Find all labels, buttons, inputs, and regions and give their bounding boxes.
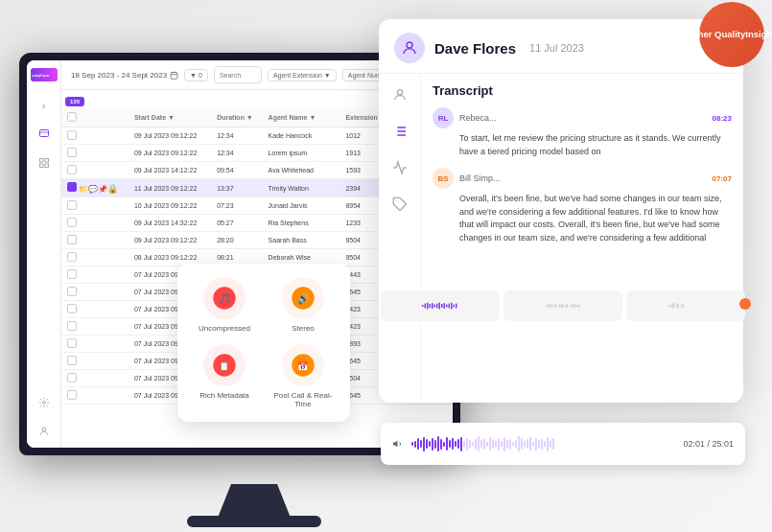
cell-duration: 13:37 <box>211 179 262 197</box>
svg-rect-51 <box>677 304 679 309</box>
sidebar-icon-settings[interactable] <box>35 394 53 411</box>
col-header-agent[interactable]: Agent Name ▼ <box>263 108 340 127</box>
sidebar-icon-arrow[interactable]: › <box>35 97 53 114</box>
dave-card: Dave Flores 11 Jul 2023 <box>379 19 743 403</box>
cell-checkbox <box>61 249 129 266</box>
wave-bar <box>550 440 551 448</box>
waveform-tab-2[interactable] <box>503 290 622 321</box>
row-checkbox[interactable] <box>67 165 77 174</box>
wave-bar <box>420 440 422 448</box>
row-checkbox[interactable] <box>67 304 77 313</box>
wave-bar <box>524 441 526 448</box>
audio-player[interactable]: 02:01 / 25:01 <box>381 423 745 465</box>
dave-icon-chart[interactable] <box>388 156 411 179</box>
cell-agent: Lorem ipsum <box>263 145 340 162</box>
svg-rect-22 <box>434 305 436 308</box>
app-logo: uniphore <box>31 68 58 81</box>
dave-date: 11 Jul 2023 <box>529 42 584 54</box>
date-range[interactable]: 18 Sep 2023 - 24 Sept 2023 <box>71 71 178 80</box>
wave-bar <box>506 440 508 449</box>
scroll-badge: 135 <box>65 97 84 106</box>
wave-bar <box>498 438 500 451</box>
dave-icon-user[interactable] <box>388 83 411 106</box>
row-checkbox[interactable] <box>67 373 77 382</box>
svg-rect-35 <box>552 305 554 307</box>
cell-checkbox <box>61 145 129 162</box>
svg-rect-40 <box>564 305 566 307</box>
col-header-start-date[interactable]: Start Date ▼ <box>129 108 211 127</box>
scene: Higher QualityInsights uniphore › <box>0 0 772 532</box>
wave-bar <box>492 439 494 449</box>
filter-count[interactable]: ▼ 0 <box>184 69 208 81</box>
row-checkbox[interactable] <box>67 252 77 262</box>
svg-text:🔊: 🔊 <box>297 292 310 305</box>
row-checkbox[interactable] <box>67 182 77 192</box>
msg-time-1: 08:23 <box>713 114 732 123</box>
svg-text:📅: 📅 <box>297 360 309 372</box>
feature-rich-metadata[interactable]: 📋 Rich Metadata <box>191 344 258 408</box>
wave-bar <box>501 441 503 447</box>
svg-rect-18 <box>425 304 427 309</box>
svg-rect-50 <box>675 305 677 307</box>
row-checkbox[interactable] <box>67 338 77 348</box>
svg-text:📋: 📋 <box>219 360 230 372</box>
cell-checkbox <box>61 353 129 370</box>
waveform-tab-3[interactable] <box>626 290 745 321</box>
dave-icon-transcript[interactable] <box>388 120 411 143</box>
waveform-tab-1[interactable] <box>381 290 500 321</box>
header-checkbox[interactable] <box>67 112 77 122</box>
cell-date: 11 Jul 2023 09:12:22 <box>129 179 211 197</box>
wave-bar <box>495 441 497 448</box>
row-checkbox[interactable] <box>67 200 77 210</box>
sidebar-icon-phone[interactable] <box>35 126 53 143</box>
wave-bar <box>440 439 442 450</box>
wave-bar <box>529 437 531 451</box>
cell-duration: 12:34 <box>211 145 262 162</box>
row-checkbox[interactable] <box>67 356 77 365</box>
svg-rect-7 <box>45 164 49 168</box>
cell-checkbox <box>61 127 129 145</box>
wave-bar <box>472 442 474 446</box>
dave-icon-tag[interactable] <box>388 193 411 216</box>
svg-marker-54 <box>393 441 398 448</box>
cell-date: 09 Jul 2023 14:32:22 <box>129 215 211 232</box>
row-checkbox[interactable] <box>67 218 77 227</box>
sidebar-icon-user[interactable] <box>35 423 53 440</box>
row-checkbox[interactable] <box>67 148 77 157</box>
svg-rect-33 <box>548 305 550 308</box>
col-header-duration[interactable]: Duration ▼ <box>211 108 262 127</box>
msg-name-1: Rebeca... <box>459 113 707 123</box>
wave-bar <box>521 438 523 450</box>
wave-bar <box>423 437 425 451</box>
svg-rect-39 <box>562 304 564 309</box>
svg-rect-53 <box>682 304 684 308</box>
svg-text:uniphore: uniphore <box>32 73 50 78</box>
row-checkbox[interactable] <box>67 130 77 140</box>
svg-rect-47 <box>667 306 669 307</box>
feature-uncompressed[interactable]: 🎵 Uncompressed <box>191 277 258 333</box>
svg-rect-23 <box>436 304 438 309</box>
row-checkbox[interactable] <box>67 235 77 244</box>
uncompressed-label: Uncompressed <box>199 324 250 333</box>
transcript-panel: Transcript RL Rebeca... 08:23 To start, … <box>421 74 743 403</box>
search-input[interactable] <box>214 66 262 83</box>
row-checkbox[interactable] <box>67 321 77 331</box>
sidebar-icon-grid[interactable] <box>35 154 53 172</box>
feature-post-call[interactable]: 📅 Post Call & Real-Time <box>269 344 337 408</box>
row-checkbox[interactable] <box>67 269 77 279</box>
sidebar: uniphore › <box>27 60 61 448</box>
agent-extension-filter[interactable]: Agent Extension ▼ <box>268 69 337 81</box>
wave-bar <box>483 438 485 450</box>
row-checkbox[interactable] <box>67 390 77 400</box>
cell-checkbox <box>61 215 129 232</box>
avatar-rl: RL <box>433 107 454 128</box>
audio-time: 02:01 / 25:01 <box>683 439 734 449</box>
cell-duration: 28:20 <box>211 232 262 249</box>
feature-stereo[interactable]: 🔊 Stereo <box>269 277 337 333</box>
wave-bar <box>463 441 465 448</box>
svg-rect-34 <box>550 304 551 309</box>
svg-point-9 <box>42 428 46 431</box>
svg-rect-20 <box>430 304 432 308</box>
svg-rect-2 <box>39 130 48 137</box>
row-checkbox[interactable] <box>67 287 77 296</box>
